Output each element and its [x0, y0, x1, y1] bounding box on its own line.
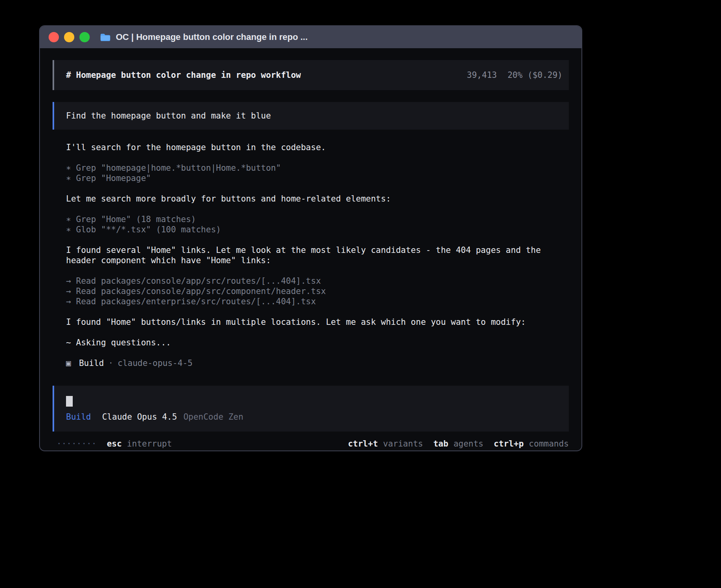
model-provider: OpenCode Zen [183, 412, 243, 422]
shortcut-key: esc [107, 439, 122, 449]
window-title: OC | Homepage button color change in rep… [116, 32, 308, 42]
text-cursor [66, 396, 73, 407]
model-status-line: Build Claude Opus 4.5 OpenCode Zen [66, 412, 557, 422]
token-count: 39,413 [467, 70, 497, 80]
session-stats: 39,413 20% ($0.29) [467, 70, 562, 80]
assistant-message: I found "Home" buttons/links in multiple… [66, 317, 569, 327]
assistant-message: Let me search more broadly for buttons a… [66, 194, 569, 204]
shortcut-key: ctrl+t [348, 439, 378, 449]
terminal-content: # Homepage button color change in repo w… [40, 48, 581, 450]
tool-call-read: → Read packages/console/app/src/routes/[… [66, 276, 569, 286]
user-message-text: Find the homepage button and make it blu… [66, 111, 271, 121]
shortcut-label: interrupt [127, 439, 172, 449]
shortcut-interrupt: esc interrupt [107, 439, 172, 449]
shortcut-key: tab [433, 439, 448, 449]
shortcut-key: ctrl+p [494, 439, 524, 449]
tool-call-group: ∗ Grep "Home" (18 matches) ∗ Glob "**/*.… [66, 214, 569, 235]
status-bar-left: ········ esc interrupt [57, 439, 172, 449]
context-cost: 20% ($0.29) [508, 70, 562, 80]
shortcut-label: commands [529, 439, 569, 449]
minimize-button[interactable] [64, 32, 74, 42]
spinner-dots: ········ [57, 439, 96, 449]
agent-model: claude-opus-4-5 [118, 358, 193, 368]
zoom-button[interactable] [79, 32, 90, 42]
separator-dot: · [108, 358, 113, 368]
assistant-message: I found several "Home" links. Let me loo… [66, 245, 569, 266]
tool-call-grep: ∗ Grep "homepage|home.*button|Home.*butt… [66, 163, 569, 173]
working-status: ~ Asking questions... [66, 337, 569, 348]
titlebar: OC | Homepage button color change in rep… [40, 26, 581, 48]
session-header: # Homepage button color change in repo w… [53, 60, 569, 90]
tool-call-glob: ∗ Glob "**/*.tsx" (100 matches) [66, 224, 569, 235]
agent-status-line: ▣ Build · claude-opus-4-5 [66, 358, 569, 368]
close-button[interactable] [49, 32, 59, 42]
shortcut-commands: ctrl+p commands [494, 439, 569, 449]
agent-icon: ▣ [66, 358, 71, 368]
shortcut-label: agents [453, 439, 483, 449]
session-title: # Homepage button color change in repo w… [66, 70, 301, 80]
traffic-lights [49, 32, 90, 42]
tool-call-grep: ∗ Grep "Home" (18 matches) [66, 214, 569, 224]
agent-name: Build [79, 358, 104, 368]
status-bar: ········ esc interrupt ctrl+t variants t… [53, 437, 569, 450]
prompt-input[interactable]: Build Claude Opus 4.5 OpenCode Zen [53, 386, 569, 432]
shortcut-variants: ctrl+t variants [348, 439, 423, 449]
conversation: I'll search for the homepage button in t… [53, 142, 569, 379]
shortcut-agents: tab agents [433, 439, 483, 449]
tool-call-group: → Read packages/console/app/src/routes/[… [66, 276, 569, 307]
user-message: Find the homepage button and make it blu… [53, 102, 569, 130]
tool-call-read: → Read packages/enterprise/src/routes/[.… [66, 296, 569, 307]
tool-call-read: → Read packages/console/app/src/componen… [66, 286, 569, 296]
tool-call-group: ∗ Grep "homepage|home.*button|Home.*butt… [66, 163, 569, 183]
shortcut-label: variants [383, 439, 423, 449]
terminal-window: OC | Homepage button color change in rep… [39, 25, 582, 451]
status-bar-right: ctrl+t variants tab agents ctrl+p comman… [348, 439, 569, 449]
assistant-message: I'll search for the homepage button in t… [66, 142, 569, 153]
model-name: Claude Opus 4.5 [102, 412, 177, 422]
agent-mode: Build [66, 412, 91, 422]
tool-call-grep: ∗ Grep "Homepage" [66, 173, 569, 183]
folder-icon [100, 33, 111, 41]
